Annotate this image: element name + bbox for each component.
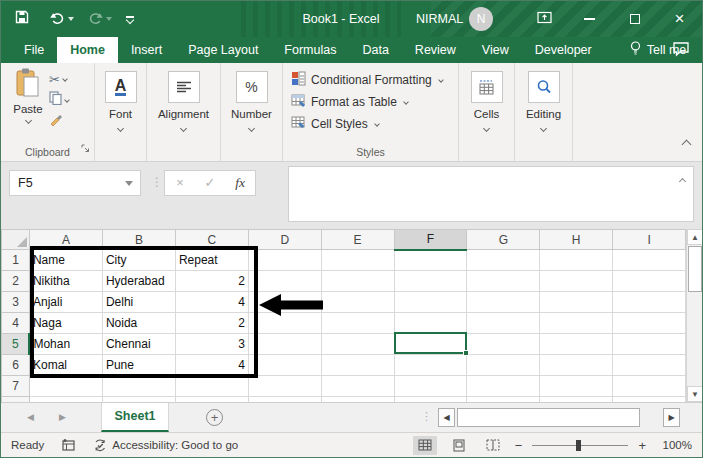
row-header-5[interactable]: 5 xyxy=(2,334,30,355)
user-name[interactable]: NIRMAL xyxy=(416,1,463,37)
cell-D6[interactable] xyxy=(248,355,321,376)
copy-button[interactable] xyxy=(49,92,89,108)
formula-bar-splitter-icon[interactable]: ⋮ xyxy=(151,175,163,189)
enter-button[interactable]: ✓ xyxy=(195,171,225,195)
paste-dropdown-icon[interactable] xyxy=(24,117,31,124)
fill-handle[interactable] xyxy=(463,350,469,356)
select-all-corner[interactable] xyxy=(2,230,30,250)
cell-H1[interactable] xyxy=(540,250,613,271)
row-header-3[interactable]: 3 xyxy=(2,292,30,313)
column-header-G[interactable]: G xyxy=(467,230,540,250)
zoom-out-button[interactable]: − xyxy=(515,438,523,453)
cell-B4[interactable]: Noida xyxy=(102,313,175,334)
sheet-tab-sheet1[interactable]: Sheet1 xyxy=(101,403,169,432)
column-header-A[interactable]: A xyxy=(29,230,102,250)
cell-B3[interactable]: Delhi xyxy=(102,292,175,313)
cell-E2[interactable] xyxy=(321,271,394,292)
cell-A2[interactable]: Nikitha xyxy=(29,271,102,292)
editing-group[interactable]: Editing xyxy=(515,63,573,161)
formula-input[interactable] xyxy=(288,166,694,222)
column-header-H[interactable]: H xyxy=(540,230,613,250)
cell-C3[interactable]: 4 xyxy=(175,292,248,313)
name-box-dropdown-icon[interactable] xyxy=(125,181,133,186)
hscroll-splitter-icon[interactable]: ⋮ xyxy=(421,410,432,423)
cell-G3[interactable] xyxy=(467,292,540,313)
tab-home[interactable]: Home xyxy=(57,37,118,63)
row-header-7[interactable]: 7 xyxy=(2,376,30,397)
zoom-slider[interactable] xyxy=(532,445,628,446)
avatar[interactable]: N xyxy=(469,7,493,31)
cell-H7[interactable] xyxy=(540,376,613,397)
tab-page-layout[interactable]: Page Layout xyxy=(175,37,271,63)
maximize-button[interactable] xyxy=(612,1,657,37)
cell-A7[interactable] xyxy=(29,376,102,397)
cell-F4[interactable] xyxy=(394,313,467,334)
cell-A3[interactable]: Anjali xyxy=(29,292,102,313)
column-header-B[interactable]: B xyxy=(102,230,175,250)
name-box[interactable]: F5 xyxy=(9,170,141,196)
cell-B5[interactable]: Chennai xyxy=(102,334,175,355)
redo-button[interactable] xyxy=(81,1,119,37)
cell-I5[interactable] xyxy=(613,334,686,355)
row-header-2[interactable]: 2 xyxy=(2,271,30,292)
close-button[interactable]: × xyxy=(657,1,702,37)
vertical-scroll-thumb[interactable] xyxy=(688,246,702,292)
scroll-right-button[interactable]: ▶ xyxy=(663,408,680,427)
cell-F6[interactable] xyxy=(394,355,467,376)
insert-function-button[interactable]: fx xyxy=(225,171,255,195)
cell-E4[interactable] xyxy=(321,313,394,334)
scroll-down-button[interactable]: ▼ xyxy=(687,386,703,402)
alignment-group[interactable]: Alignment xyxy=(147,63,221,161)
cell-D2[interactable] xyxy=(248,271,321,292)
cell-C2[interactable]: 2 xyxy=(175,271,248,292)
scroll-up-button[interactable]: ▲ xyxy=(687,229,703,245)
cell-H3[interactable] xyxy=(540,292,613,313)
page-layout-view-button[interactable] xyxy=(447,436,471,455)
tab-data[interactable]: Data xyxy=(349,37,401,63)
tab-file[interactable]: File xyxy=(11,37,57,63)
cell-D1[interactable] xyxy=(248,250,321,271)
font-group[interactable]: A Font xyxy=(95,63,147,161)
cell-H2[interactable] xyxy=(540,271,613,292)
cell-F2[interactable] xyxy=(394,271,467,292)
format-as-table-button[interactable]: Format as Table xyxy=(291,91,458,113)
column-header-F[interactable]: F xyxy=(394,230,467,250)
cell-A6[interactable]: Komal xyxy=(29,355,102,376)
cell-C6[interactable]: 4 xyxy=(175,355,248,376)
cells-group-dropdown-icon[interactable] xyxy=(483,125,490,132)
comments-button[interactable] xyxy=(672,41,690,61)
collapse-ribbon-button[interactable] xyxy=(683,135,690,153)
cell-F3[interactable] xyxy=(394,292,467,313)
undo-button[interactable] xyxy=(43,1,81,37)
accessibility-checker-button[interactable]: Accessibility: Good to go xyxy=(93,439,238,452)
horizontal-scroll-thumb[interactable] xyxy=(457,408,640,427)
cell-D7[interactable] xyxy=(248,376,321,397)
minimize-button[interactable] xyxy=(567,1,612,37)
macro-record-button[interactable] xyxy=(62,439,75,451)
cell-C7[interactable] xyxy=(175,376,248,397)
cell-I4[interactable] xyxy=(613,313,686,334)
cancel-button[interactable]: × xyxy=(165,171,195,195)
tab-formulas[interactable]: Formulas xyxy=(271,37,349,63)
editing-group-dropdown-icon[interactable] xyxy=(540,125,547,132)
conditional-formatting-button[interactable]: Conditional Formatting xyxy=(291,69,458,91)
save-button[interactable] xyxy=(1,1,43,37)
cell-I3[interactable] xyxy=(613,292,686,313)
zoom-slider-thumb[interactable] xyxy=(576,440,581,451)
tab-insert[interactable]: Insert xyxy=(118,37,175,63)
ribbon-display-options-button[interactable] xyxy=(522,1,567,37)
column-header-D[interactable]: D xyxy=(248,230,321,250)
normal-view-button[interactable] xyxy=(413,436,437,455)
cell-G2[interactable] xyxy=(467,271,540,292)
cell-E6[interactable] xyxy=(321,355,394,376)
cell-I2[interactable] xyxy=(613,271,686,292)
format-painter-button[interactable] xyxy=(49,113,89,129)
scroll-left-button[interactable]: ◀ xyxy=(438,408,455,427)
cell-C5[interactable]: 3 xyxy=(175,334,248,355)
cell-G6[interactable] xyxy=(467,355,540,376)
alignment-group-dropdown-icon[interactable] xyxy=(180,125,187,132)
cell-A1[interactable]: Name xyxy=(29,250,102,271)
cell-A4[interactable]: Naga xyxy=(29,313,102,334)
number-group-dropdown-icon[interactable] xyxy=(248,125,255,132)
customize-quick-access-button[interactable] xyxy=(119,1,141,37)
